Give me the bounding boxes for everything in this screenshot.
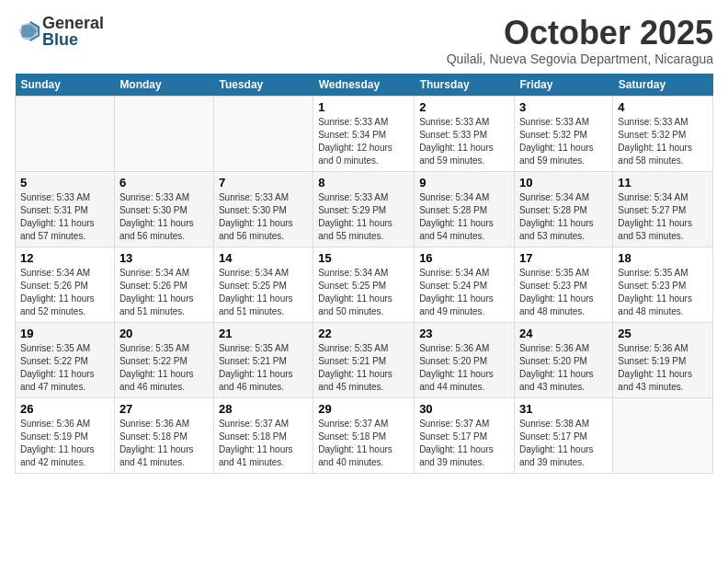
logo-blue: Blue	[42, 31, 104, 48]
day-info: Sunrise: 5:34 AM Sunset: 5:25 PM Dayligh…	[219, 267, 308, 318]
day-info: Sunrise: 5:35 AM Sunset: 5:21 PM Dayligh…	[219, 342, 308, 394]
calendar-week-1: 1Sunrise: 5:33 AM Sunset: 5:34 PM Daylig…	[16, 96, 713, 171]
day-number: 17	[519, 251, 608, 265]
calendar-cell: 27Sunrise: 5:36 AM Sunset: 5:18 PM Dayli…	[114, 397, 213, 473]
calendar-cell: 31Sunrise: 5:38 AM Sunset: 5:17 PM Dayli…	[514, 397, 612, 473]
day-number: 5	[20, 176, 109, 190]
calendar-cell: 21Sunrise: 5:35 AM Sunset: 5:21 PM Dayli…	[213, 322, 313, 397]
day-number: 22	[318, 327, 409, 340]
calendar-cell: 9Sunrise: 5:34 AM Sunset: 5:28 PM Daylig…	[415, 171, 515, 247]
calendar-week-2: 5Sunrise: 5:33 AM Sunset: 5:31 PM Daylig…	[16, 171, 713, 247]
calendar-cell: 10Sunrise: 5:34 AM Sunset: 5:28 PM Dayli…	[514, 171, 612, 247]
day-number: 10	[519, 176, 608, 190]
calendar-cell: 4Sunrise: 5:33 AM Sunset: 5:32 PM Daylig…	[613, 96, 713, 171]
day-number: 31	[519, 402, 608, 416]
calendar-cell: 30Sunrise: 5:37 AM Sunset: 5:17 PM Dayli…	[415, 397, 515, 473]
calendar-cell: 18Sunrise: 5:35 AM Sunset: 5:23 PM Dayli…	[613, 247, 713, 322]
calendar-cell: 22Sunrise: 5:35 AM Sunset: 5:21 PM Dayli…	[313, 322, 415, 397]
calendar-cell: 12Sunrise: 5:34 AM Sunset: 5:26 PM Dayli…	[16, 247, 115, 322]
day-number: 15	[318, 251, 409, 265]
calendar-cell: 13Sunrise: 5:34 AM Sunset: 5:26 PM Dayli…	[114, 247, 213, 322]
calendar-cell: 7Sunrise: 5:33 AM Sunset: 5:30 PM Daylig…	[213, 171, 313, 247]
day-info: Sunrise: 5:34 AM Sunset: 5:26 PM Dayligh…	[20, 267, 109, 318]
day-info: Sunrise: 5:34 AM Sunset: 5:27 PM Dayligh…	[618, 191, 708, 243]
day-number: 23	[419, 327, 509, 340]
calendar-cell: 3Sunrise: 5:33 AM Sunset: 5:32 PM Daylig…	[514, 96, 612, 171]
day-info: Sunrise: 5:33 AM Sunset: 5:31 PM Dayligh…	[20, 191, 109, 243]
day-info: Sunrise: 5:33 AM Sunset: 5:29 PM Dayligh…	[318, 191, 409, 243]
day-number: 4	[618, 100, 708, 114]
day-number: 26	[20, 402, 109, 416]
calendar-cell: 11Sunrise: 5:34 AM Sunset: 5:27 PM Dayli…	[613, 171, 713, 247]
day-info: Sunrise: 5:33 AM Sunset: 5:32 PM Dayligh…	[519, 116, 608, 167]
friday-header: Friday	[514, 74, 612, 97]
location-subtitle: Quilali, Nueva Segovia Department, Nicar…	[447, 52, 713, 66]
calendar-week-4: 19Sunrise: 5:35 AM Sunset: 5:22 PM Dayli…	[16, 322, 713, 397]
day-number: 29	[318, 402, 409, 416]
day-info: Sunrise: 5:36 AM Sunset: 5:19 PM Dayligh…	[20, 418, 109, 469]
calendar-week-5: 26Sunrise: 5:36 AM Sunset: 5:19 PM Dayli…	[16, 397, 713, 473]
day-number: 1	[318, 100, 409, 114]
day-info: Sunrise: 5:33 AM Sunset: 5:30 PM Dayligh…	[219, 191, 308, 243]
day-number: 30	[419, 402, 509, 416]
day-number: 18	[618, 251, 708, 265]
day-number: 20	[119, 327, 209, 340]
calendar-cell: 2Sunrise: 5:33 AM Sunset: 5:33 PM Daylig…	[415, 96, 515, 171]
day-number: 7	[219, 176, 308, 190]
calendar-cell: 5Sunrise: 5:33 AM Sunset: 5:31 PM Daylig…	[16, 171, 115, 247]
day-info: Sunrise: 5:34 AM Sunset: 5:25 PM Dayligh…	[318, 267, 409, 318]
calendar-week-3: 12Sunrise: 5:34 AM Sunset: 5:26 PM Dayli…	[16, 247, 713, 322]
day-number: 24	[519, 327, 608, 340]
day-info: Sunrise: 5:38 AM Sunset: 5:17 PM Dayligh…	[519, 418, 608, 469]
calendar-table: Sunday Monday Tuesday Wednesday Thursday…	[15, 74, 713, 474]
day-info: Sunrise: 5:35 AM Sunset: 5:23 PM Dayligh…	[618, 267, 708, 318]
calendar-cell: 19Sunrise: 5:35 AM Sunset: 5:22 PM Dayli…	[16, 322, 115, 397]
day-info: Sunrise: 5:34 AM Sunset: 5:28 PM Dayligh…	[519, 191, 608, 243]
day-info: Sunrise: 5:36 AM Sunset: 5:20 PM Dayligh…	[519, 342, 608, 394]
calendar-cell: 24Sunrise: 5:36 AM Sunset: 5:20 PM Dayli…	[514, 322, 612, 397]
day-info: Sunrise: 5:35 AM Sunset: 5:22 PM Dayligh…	[20, 342, 109, 394]
wednesday-header: Wednesday	[313, 74, 415, 97]
day-number: 8	[318, 176, 409, 190]
calendar-cell	[213, 96, 313, 171]
day-info: Sunrise: 5:35 AM Sunset: 5:21 PM Dayligh…	[318, 342, 409, 394]
thursday-header: Thursday	[415, 74, 515, 97]
logo: General Blue	[15, 15, 104, 48]
page-header: General Blue October 2025 Quilali, Nueva…	[15, 15, 713, 66]
day-info: Sunrise: 5:37 AM Sunset: 5:17 PM Dayligh…	[419, 418, 509, 469]
title-block: October 2025 Quilali, Nueva Segovia Depa…	[447, 15, 713, 66]
day-number: 2	[419, 100, 509, 114]
day-number: 27	[119, 402, 209, 416]
day-info: Sunrise: 5:33 AM Sunset: 5:33 PM Dayligh…	[419, 116, 509, 167]
logo-icon	[15, 18, 40, 44]
day-info: Sunrise: 5:34 AM Sunset: 5:24 PM Dayligh…	[419, 267, 509, 318]
weekday-row: Sunday Monday Tuesday Wednesday Thursday…	[16, 74, 713, 97]
logo-general: General	[42, 15, 104, 31]
calendar-cell: 29Sunrise: 5:37 AM Sunset: 5:18 PM Dayli…	[313, 397, 415, 473]
day-number: 13	[119, 251, 209, 265]
day-number: 16	[419, 251, 509, 265]
calendar-cell: 28Sunrise: 5:37 AM Sunset: 5:18 PM Dayli…	[213, 397, 313, 473]
calendar-cell	[114, 96, 213, 171]
day-number: 25	[618, 327, 708, 340]
day-info: Sunrise: 5:33 AM Sunset: 5:30 PM Dayligh…	[119, 191, 209, 243]
day-number: 28	[219, 402, 308, 416]
day-number: 3	[519, 100, 608, 114]
monday-header: Monday	[114, 74, 213, 97]
day-info: Sunrise: 5:33 AM Sunset: 5:34 PM Dayligh…	[318, 116, 409, 167]
day-number: 19	[20, 327, 109, 340]
day-info: Sunrise: 5:35 AM Sunset: 5:22 PM Dayligh…	[119, 342, 209, 394]
day-info: Sunrise: 5:36 AM Sunset: 5:20 PM Dayligh…	[419, 342, 509, 394]
day-info: Sunrise: 5:33 AM Sunset: 5:32 PM Dayligh…	[618, 116, 708, 167]
day-number: 21	[219, 327, 308, 340]
day-number: 9	[419, 176, 509, 190]
day-info: Sunrise: 5:35 AM Sunset: 5:23 PM Dayligh…	[519, 267, 608, 318]
calendar-cell: 1Sunrise: 5:33 AM Sunset: 5:34 PM Daylig…	[313, 96, 415, 171]
day-info: Sunrise: 5:37 AM Sunset: 5:18 PM Dayligh…	[219, 418, 308, 469]
day-number: 14	[219, 251, 308, 265]
calendar-cell: 23Sunrise: 5:36 AM Sunset: 5:20 PM Dayli…	[415, 322, 515, 397]
calendar-cell: 6Sunrise: 5:33 AM Sunset: 5:30 PM Daylig…	[114, 171, 213, 247]
saturday-header: Saturday	[613, 74, 713, 97]
calendar-cell: 15Sunrise: 5:34 AM Sunset: 5:25 PM Dayli…	[313, 247, 415, 322]
day-info: Sunrise: 5:36 AM Sunset: 5:19 PM Dayligh…	[618, 342, 708, 394]
